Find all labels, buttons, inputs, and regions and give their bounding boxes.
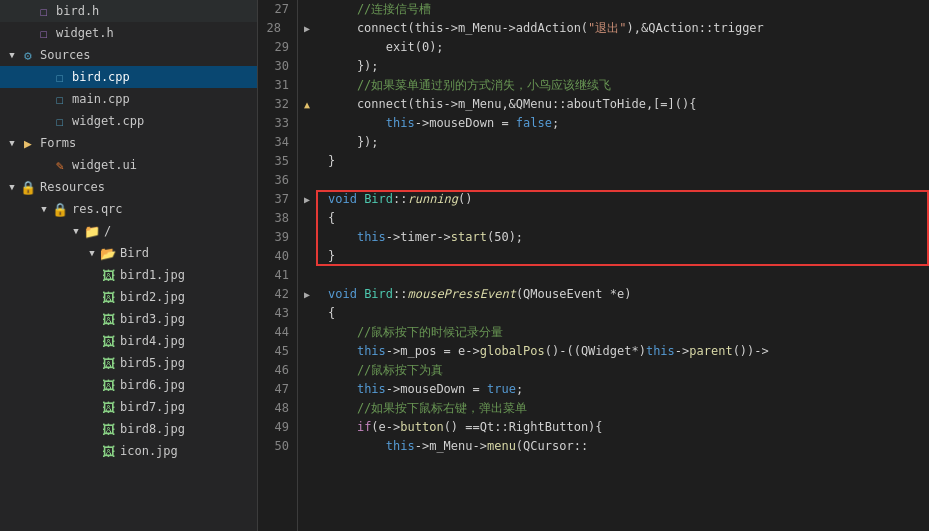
sources-label: Sources [40,48,257,62]
file-label: widget.ui [72,158,257,172]
warning-gutter: ▶ ▲ ▶ ▶ [298,0,316,531]
file-icon: ☐ [52,92,68,107]
code-editor[interactable]: 27 28 29 30 31 32 33 34 35 36 37 38 39 4… [258,0,929,531]
img-icon: 🖼 [100,334,116,349]
tree-item-bird3[interactable]: 🖼 bird3.jpg [0,308,257,330]
line-num-29: 29 [258,38,289,57]
file-label: bird.cpp [72,70,257,84]
comment-44: //鼠标按下的时候记录分量 [328,323,503,342]
fn-mpe-42: mousePressEvent [408,285,516,304]
code-37a [357,190,364,209]
file-label: bird7.jpg [120,400,257,414]
line-num-27: 27 [258,0,289,19]
code-line-50: this->m_Menu->menu(QCursor:: [328,437,929,456]
img-icon: 🖼 [100,268,116,283]
tree-item-forms[interactable]: ▼ ▶ Forms [0,132,257,154]
kw-false-33: false [516,114,552,133]
code-47b: ->mouseDown = [386,380,487,399]
file-tree[interactable]: ☐ bird.h ☐ widget.h ▼ ⚙ Sources ☐ bird.c… [0,0,258,531]
code-line-42: void Bird::mousePressEvent(QMouseEvent *… [328,285,929,304]
line-num-41: 41 [258,266,289,285]
str-28: "退出" [588,19,626,38]
code-line-35: } [328,152,929,171]
kw-void-37: void [328,190,357,209]
code-43: { [328,304,335,323]
kw-this-45: this [357,342,386,361]
code-28b: ),&QAction::trigger [627,19,764,38]
tree-item-bird8[interactable]: 🖼 bird8.jpg [0,418,257,440]
code-lines-container[interactable]: //连接信号槽 connect(this->m_Menu->addAction(… [316,0,929,456]
tree-item-slash[interactable]: ▼ 📁 / [0,220,257,242]
code-line-32: connect(this->m_Menu,&QMenu::aboutToHide… [328,95,929,114]
expand-arrow: ▼ [36,204,52,214]
kw-this-47: this [357,380,386,399]
kw-this-33: this [386,114,415,133]
code-line-34: }); [328,133,929,152]
code-line-37: void Bird::running() [328,190,929,209]
file-label: bird4.jpg [120,334,257,348]
expand-arrow: ▼ [4,182,20,192]
code-line-43: { [328,304,929,323]
code-49c: () ==Qt::RightButton){ [444,418,603,437]
expand-arrow: ▼ [4,138,20,148]
code-40: } [328,247,335,266]
code-33a [328,114,386,133]
code-line-27: //连接信号槽 [328,0,929,19]
code-37b: :: [393,190,407,209]
cls-bird-37: Bird [364,190,393,209]
fn-menu-50: menu [487,437,516,456]
line-num-42: 42 [258,285,289,304]
code-30: }); [328,57,379,76]
code-39c: (50); [487,228,523,247]
expand-arrow: ▼ [4,50,20,60]
cls-bird-42: Bird [364,285,393,304]
file-icon: ✎ [52,158,68,173]
img-icon: 🖼 [100,356,116,371]
tree-item-bird1[interactable]: 🖼 bird1.jpg [0,264,257,286]
tree-item-widget-h[interactable]: ☐ widget.h [0,22,257,44]
empty-36 [328,171,335,190]
comment-46: //鼠标按下为真 [328,361,443,380]
tree-item-resources[interactable]: ▼ 🔒 Resources [0,176,257,198]
tree-item-bird4[interactable]: 🖼 bird4.jpg [0,330,257,352]
tree-item-sources[interactable]: ▼ ⚙ Sources [0,44,257,66]
img-icon: 🖼 [100,312,116,327]
tree-item-main-cpp[interactable]: ☐ main.cpp [0,88,257,110]
tree-item-widget-cpp[interactable]: ☐ widget.cpp [0,110,257,132]
img-icon: 🖼 [100,422,116,437]
tree-item-bird5[interactable]: 🖼 bird5.jpg [0,352,257,374]
kw-this-45b: this [646,342,675,361]
line-num-38: 38 [258,209,289,228]
code-28: connect(this->m_Menu->addAction( [328,19,588,38]
folder-icon: ▶ [20,136,36,151]
tree-item-bird-h[interactable]: ☐ bird.h [0,0,257,22]
kw-if-49: if [357,418,371,437]
file-icon: ☐ [36,4,52,19]
tree-item-bird2[interactable]: 🖼 bird2.jpg [0,286,257,308]
code-29: exit(0); [328,38,444,57]
tree-item-bird6[interactable]: 🖼 bird6.jpg [0,374,257,396]
tree-item-bird-folder[interactable]: ▼ 📂 Bird [0,242,257,264]
code-42a [357,285,364,304]
line-num-31: 31 [258,76,289,95]
folder-icon: 📂 [100,246,116,261]
code-45b: ->m_pos = e-> [386,342,480,361]
code-45d: -> [675,342,689,361]
kw-this-39: this [357,228,386,247]
code-content[interactable]: //连接信号槽 connect(this->m_Menu->addAction(… [316,0,929,531]
folder-label: Forms [40,136,257,150]
line-num-48: 48 [258,399,289,418]
code-line-48: //如果按下鼠标右键，弹出菜单 [328,399,929,418]
tree-item-res-qrc[interactable]: ▼ 🔒 res.qrc [0,198,257,220]
tree-item-icon[interactable]: 🖼 icon.jpg [0,440,257,462]
tree-item-bird7[interactable]: 🖼 bird7.jpg [0,396,257,418]
line-num-45: 45 [258,342,289,361]
file-label: bird.h [56,4,257,18]
kw-true-47: true [487,380,516,399]
file-icon: ☐ [36,26,52,41]
tree-item-widget-ui[interactable]: ✎ widget.ui [0,154,257,176]
folder-label: / [104,224,257,238]
code-47a [328,380,357,399]
tree-item-bird-cpp[interactable]: ☐ bird.cpp [0,66,257,88]
code-38: { [328,209,335,228]
